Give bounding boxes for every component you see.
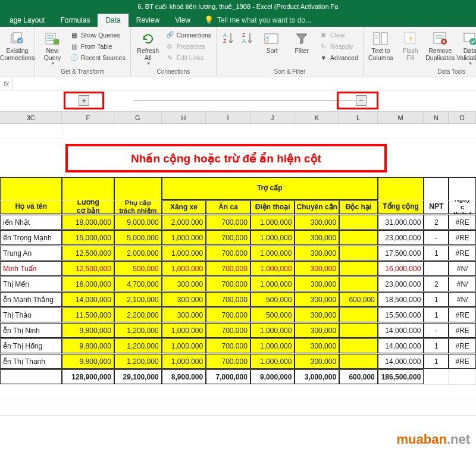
table-row[interactable]: iến Nhật18,000,0009,000,0002,000,000700,… (0, 215, 476, 230)
col-header[interactable]: I (206, 112, 250, 123)
tab-formulas[interactable]: Formulas (52, 14, 98, 27)
cell[interactable]: 700,000 (206, 338, 250, 353)
outline-collapse-button[interactable]: − (356, 95, 367, 106)
cell[interactable]: 300,000 (295, 307, 339, 322)
cell[interactable]: 1,000,000 (250, 323, 295, 338)
cell[interactable]: #RE (449, 338, 476, 353)
cell[interactable]: 23,000,000 (378, 277, 424, 291)
col-header[interactable]: M (378, 112, 424, 123)
totals-m[interactable]: 186,500,000 (378, 369, 424, 384)
col-header[interactable]: 3C (0, 112, 62, 123)
cell[interactable]: 700,000 (206, 261, 250, 276)
connections-button[interactable]: 🔗Connections (164, 30, 212, 40)
cell[interactable]: - (424, 323, 449, 338)
data-validation-button[interactable]: Data Validation ▼ (456, 29, 476, 65)
outline-expand-button[interactable]: + (79, 95, 89, 106)
cell[interactable]: 1,200,000 (114, 323, 162, 338)
recent-sources-button[interactable]: 🕘Recent Sources (68, 52, 127, 62)
cell[interactable]: 15,500,000 (378, 307, 424, 322)
banner-row[interactable]: Nhấn cộng hoặc trừ để ẩn hiện cột (0, 139, 476, 177)
cell-name[interactable]: ến Trọng Mạnh (0, 230, 62, 245)
cell[interactable]: 1,000,000 (250, 215, 295, 230)
header-row-1[interactable]: Trợ cấp (0, 177, 476, 200)
col-header[interactable]: N (424, 112, 449, 123)
cell[interactable]: #RE (449, 230, 476, 245)
header-row-2[interactable]: Họ và tên Lương cơ bản Phụ cấp trách nhi… (0, 200, 476, 215)
cell[interactable] (339, 323, 378, 338)
refresh-all-button[interactable]: Refresh All ▼ (134, 29, 162, 65)
cell[interactable]: 31,000,000 (378, 215, 424, 230)
cell[interactable]: 14,000,000 (378, 338, 424, 353)
cell[interactable]: 300,000 (295, 354, 339, 369)
cell[interactable]: 1 (424, 292, 449, 307)
cell[interactable]: 12,500,000 (62, 246, 114, 260)
tab-data[interactable]: Data (98, 14, 128, 27)
col-header[interactable]: F (62, 112, 114, 123)
empty-row[interactable] (0, 124, 476, 139)
cell[interactable]: 16,000,000 (62, 277, 114, 291)
cell[interactable]: 9,800,000 (62, 354, 114, 369)
cell[interactable] (339, 246, 378, 260)
cell[interactable]: 600,000 (339, 292, 378, 307)
cell[interactable]: 2 (424, 277, 449, 291)
cell[interactable]: 1,000,000 (250, 277, 295, 291)
cell[interactable]: 1,200,000 (114, 338, 162, 353)
show-queries-button[interactable]: ▦Show Queries (68, 30, 127, 40)
cell-name[interactable]: Thị Mến (0, 277, 62, 291)
filter-button[interactable]: Filter (288, 29, 315, 62)
cell[interactable]: 2 (424, 215, 449, 230)
cell[interactable]: 1,000,000 (162, 354, 206, 369)
table-row[interactable]: Minh Tuấn12,500,000500,0001,000,000700,0… (0, 261, 476, 277)
za-sort-button[interactable]: ZA (239, 29, 256, 62)
cell[interactable]: #RE (449, 307, 476, 322)
cell[interactable]: 4,700,000 (114, 277, 162, 291)
col-header[interactable]: K (295, 112, 340, 123)
totals-row[interactable]: 128,900,000 29,100,000 8,900,000 7,000,0… (0, 369, 476, 385)
remove-duplicates-button[interactable]: Remove Duplicates (427, 29, 454, 65)
cell[interactable]: 1 (424, 307, 449, 322)
cell[interactable]: 14,000,000 (378, 323, 424, 338)
cell[interactable]: 1,000,000 (250, 246, 295, 260)
cell[interactable]: 1 (424, 246, 449, 260)
cell[interactable] (339, 261, 378, 276)
totals-i[interactable]: 7,000,000 (206, 369, 250, 384)
cell[interactable]: 300,000 (295, 277, 339, 291)
cell-name[interactable]: ễn Mạnh Thắng (0, 292, 62, 307)
tab-page-layout[interactable]: age Layout (2, 14, 52, 27)
cell-name[interactable]: ễn Thị Ninh (0, 323, 62, 338)
flash-fill-button[interactable]: Flash Fill (397, 29, 424, 65)
cell[interactable]: 9,800,000 (62, 338, 114, 353)
cell[interactable]: 1,000,000 (162, 246, 206, 260)
cell[interactable]: 700,000 (206, 323, 250, 338)
cell-name[interactable]: Thị Thảo (0, 307, 62, 322)
cell[interactable]: #N/ (449, 277, 476, 291)
cell[interactable]: 18,000,000 (62, 215, 114, 230)
col-header[interactable]: J (250, 112, 295, 123)
cell[interactable]: 700,000 (206, 307, 250, 322)
cell[interactable]: 1,000,000 (162, 261, 206, 276)
cell[interactable]: 14,000,000 (378, 354, 424, 369)
cell[interactable] (339, 354, 378, 369)
cell[interactable]: 300,000 (295, 246, 339, 260)
cell[interactable] (424, 261, 449, 276)
cell[interactable]: 700,000 (206, 277, 250, 291)
cell[interactable]: 1,000,000 (250, 338, 295, 353)
cell[interactable]: 2,100,000 (114, 292, 162, 307)
cell[interactable]: 1,200,000 (114, 354, 162, 369)
cell[interactable]: 300,000 (162, 277, 206, 291)
cell[interactable]: #N/ (449, 261, 476, 276)
cell[interactable]: 300,000 (162, 307, 206, 322)
cell[interactable]: 500,000 (114, 261, 162, 276)
totals-k[interactable]: 3,000,000 (295, 369, 339, 384)
new-query-button[interactable]: New Query ▼ (39, 29, 66, 65)
cell[interactable]: 700,000 (206, 354, 250, 369)
cell[interactable] (339, 230, 378, 245)
cell[interactable]: 18,500,000 (378, 292, 424, 307)
cell[interactable] (339, 307, 378, 322)
cell[interactable]: 300,000 (295, 292, 339, 307)
formula-bar[interactable]: fx (0, 77, 476, 90)
cell[interactable]: 2,200,000 (114, 307, 162, 322)
tab-review[interactable]: Review (129, 14, 167, 27)
fx-label[interactable]: fx (0, 77, 13, 90)
sort-button[interactable]: AZ Sort (258, 29, 286, 62)
